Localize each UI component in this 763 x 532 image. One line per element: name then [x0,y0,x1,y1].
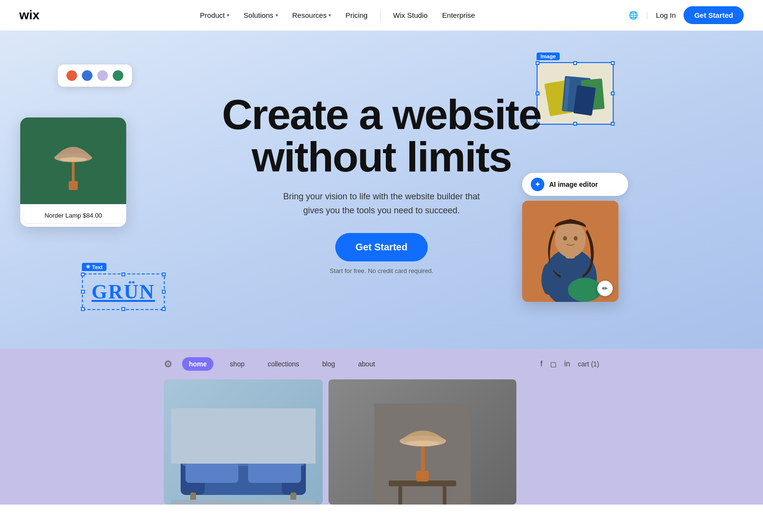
hero-section: Norder Lamp $84.00 Create a website with… [0,31,763,349]
lamp-card-image [20,117,126,204]
handle-mid-right[interactable] [611,91,615,95]
preview-nav-shop[interactable]: shop [223,357,251,371]
lamp-price-label: Norder Lamp $84.00 [24,208,122,223]
cart-label[interactable]: cart (1) [578,360,599,368]
login-link[interactable]: Log In [656,11,676,19]
lamp-svg [42,127,105,195]
svg-point-37 [406,441,440,446]
preview-nav: ⚙ home shop collections blog about f ◻ i… [150,349,613,379]
preview-nav-right: f ◻ in cart (1) [540,360,599,369]
preview-sofa-image [164,379,323,505]
handle-top-mid[interactable] [121,272,125,276]
settings-icon[interactable]: ⚙ [164,358,172,370]
handle-bottom-right[interactable] [611,122,615,126]
nav-divider: | [646,11,648,20]
instagram-icon: ◻ [550,360,556,369]
handle-bottom-right[interactable] [162,307,166,311]
wix-logo[interactable]: wix [19,9,46,22]
dot-green[interactable] [113,70,123,81]
nav-enterprise[interactable]: Enterprise [436,7,481,23]
text-widget-label-text: Text [92,264,103,270]
color-dots-widget [58,65,132,87]
main-nav: wix Product ▾ Solutions ▾ Resources ▾ Pr… [0,0,763,31]
nav-pricing-label: Pricing [345,11,368,19]
preview-container: ⚙ home shop collections blog about f ◻ i… [150,349,613,505]
chevron-down-icon: ▾ [329,13,331,18]
nav-resources[interactable]: Resources ▾ [287,7,337,23]
nav-wix-studio-label: Wix Studio [393,11,428,19]
svg-rect-28 [171,500,316,505]
lamp2-svg [374,403,471,505]
hero-fine-print: Start for free. No credit card required. [184,267,579,274]
sofa-svg [171,408,316,505]
nav-wix-studio[interactable]: Wix Studio [387,7,434,23]
handle-mid-right[interactable] [162,290,166,294]
preview-nav-about[interactable]: about [352,357,382,371]
dot-orange[interactable] [66,70,77,81]
handle-bottom-mid[interactable] [121,307,125,311]
hero-subheadline: Bring your vision to life with the websi… [184,190,579,218]
preview-lamp-image [329,379,516,505]
svg-text:wix: wix [19,9,39,22]
svg-rect-32 [443,486,447,505]
login-label: Log In [656,11,676,19]
facebook-icon: f [540,360,542,368]
svg-point-18 [568,278,602,302]
hero-content: Create a website without limits Bring yo… [184,31,579,274]
preview-section: ⚙ home shop collections blog about f ◻ i… [0,349,763,505]
hero-headline: Create a website without limits [184,93,579,178]
nav-solutions-label: Solutions [244,11,274,19]
nav-product-label: Product [200,11,225,19]
dot-blue[interactable] [82,70,92,81]
chevron-down-icon: ▾ [276,13,278,18]
globe-icon[interactable]: 🌐 [629,11,638,20]
dot-purple[interactable] [97,70,108,81]
handle-top-left[interactable] [81,272,85,276]
gruen-text: GRÜN [92,280,155,303]
gruen-text-value: GRÜN [92,281,155,303]
edit-pen-icon[interactable]: ✏ [597,281,613,296]
handle-top-right[interactable] [611,61,615,65]
linkedin-icon: in [564,360,570,368]
preview-nav-blog[interactable]: blog [316,357,342,371]
preview-nav-collections[interactable]: collections [261,357,306,371]
hero-fine-print-text: Start for free. No credit card required. [329,267,433,274]
text-widget-label: ✳ Text [82,263,106,271]
svg-rect-27 [171,408,316,464]
gruen-text-widget: ✳ Text GRÜN [82,273,165,310]
nav-get-started-label: Get Started [694,11,733,19]
handle-bottom-left[interactable] [81,307,85,311]
lamp-label-text: Norder Lamp $84.00 [44,212,102,219]
hero-cta-label: Get Started [355,242,408,252]
nav-links: Product ▾ Solutions ▾ Resources ▾ Pricin… [194,7,481,23]
preview-images [150,379,613,505]
svg-rect-31 [398,486,402,505]
svg-rect-34 [421,442,425,473]
hero-get-started-button[interactable]: Get Started [335,233,428,261]
preview-nav-home[interactable]: home [182,357,213,371]
nav-separator [380,10,381,21]
nav-resources-label: Resources [292,11,327,19]
nav-enterprise-label: Enterprise [442,11,475,19]
chevron-down-icon: ▾ [227,13,229,18]
nav-get-started-button[interactable]: Get Started [684,6,744,24]
nav-solutions[interactable]: Solutions ▾ [238,7,284,23]
nav-product[interactable]: Product ▾ [194,7,235,23]
svg-rect-2 [72,158,75,183]
svg-point-5 [60,157,87,162]
handle-top-right[interactable] [162,272,166,276]
wix-logo-svg: wix [19,9,46,22]
hero-headline-text: Create a website without limits [222,91,541,181]
handle-mid-left[interactable] [81,290,85,294]
nav-pricing[interactable]: Pricing [340,7,373,23]
lamp-product-card: Norder Lamp $84.00 [20,117,126,227]
nav-right: 🌐 | Log In Get Started [629,6,744,24]
